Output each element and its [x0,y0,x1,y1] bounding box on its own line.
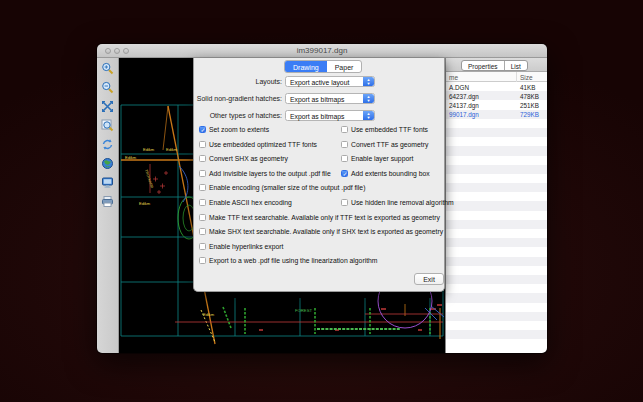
other-hatches-row: Other types of hatches: Export as bitmap… [194,110,446,121]
chevron-updown-icon: ▲▼ [363,94,374,103]
zoom-window-icon[interactable] [100,118,115,133]
unchecked-checkbox-icon[interactable] [199,170,206,177]
empty-row [446,275,547,284]
unchecked-checkbox-icon[interactable] [341,126,348,133]
checkbox-label: Add extents bounding box [351,170,430,177]
list-header[interactable]: me Size [446,72,547,82]
checkbox-option[interactable]: Use hidden line removal algorithm [341,199,454,206]
empty-row [446,266,547,275]
empty-row [446,183,547,192]
checkbox-option[interactable]: Convert SHX as geometry [199,155,288,162]
checkbox-label: Convert TTF as geometry [351,141,428,148]
unchecked-checkbox-icon[interactable] [199,228,206,235]
screen-icon[interactable] [100,175,115,190]
checkbox-label: Set zoom to extents [209,126,269,133]
file-row[interactable]: A.DGN41KB [446,82,547,91]
unchecked-checkbox-icon[interactable] [341,141,348,148]
file-size: 41KB [520,84,535,91]
file-size: 251KB [520,102,539,109]
file-name[interactable]: 99017.dgn [449,111,479,118]
checked-checkbox-icon[interactable] [199,126,206,133]
zoom-in-icon[interactable] [100,61,115,76]
panel-toolbar: Properties List [446,58,547,72]
tab-paper[interactable]: Paper [327,61,362,72]
solid-hatches-select[interactable]: Export as bitmaps ▲▼ [285,93,375,104]
export-options-dialog: Drawing Paper Layouts: Export active lay… [193,58,445,292]
checkbox-option[interactable]: Add invisible layers to the output .pdf … [199,170,331,177]
title-bar[interactable]: im399017.dgn [97,44,547,58]
other-hatches-select[interactable]: Export as bitmaps ▲▼ [285,110,375,121]
unchecked-checkbox-icon[interactable] [199,214,206,221]
exit-button[interactable]: Exit [414,273,444,285]
left-toolbar [97,58,119,353]
checkbox-option[interactable]: Convert TTF as geometry [341,141,428,148]
checkbox-label: Enable ASCII hex encoding [209,199,292,206]
checkbox-option[interactable]: Make SHX text searchable. Available only… [199,228,443,235]
forest-label: FOREST [295,308,312,313]
unchecked-checkbox-icon[interactable] [199,243,206,250]
file-row[interactable]: 24137.dgn251KB [446,100,547,109]
checkbox-option[interactable]: Use embedded optimized TTF fonts [199,141,317,148]
checkbox-label: Export to a web .pdf file using the line… [209,257,378,264]
empty-row [446,128,547,137]
file-row[interactable]: 64237.dgn478KB [446,91,547,100]
file-name[interactable]: 24137.dgn [449,102,479,109]
dialog-tabs: Drawing Paper [284,60,362,73]
refresh-icon[interactable] [100,137,115,152]
unchecked-checkbox-icon[interactable] [341,199,348,206]
checkbox-option[interactable]: Export to a web .pdf file using the line… [199,257,378,264]
unchecked-checkbox-icon[interactable] [341,155,348,162]
checkbox-option[interactable]: Set zoom to extents [199,126,269,133]
empty-row [446,137,547,146]
window-title: im399017.dgn [97,46,547,55]
file-name[interactable]: 64237.dgn [449,93,479,100]
checkbox-option[interactable]: Add extents bounding box [341,170,430,177]
column-header-name[interactable]: me [449,74,458,81]
unchecked-checkbox-icon[interactable] [199,141,206,148]
tab-drawing[interactable]: Drawing [285,61,327,72]
unchecked-checkbox-icon[interactable] [199,184,206,191]
layouts-row: Layouts: Export active layout ▲▼ [194,76,446,87]
globe-icon[interactable] [100,156,115,171]
checkbox-option[interactable]: Make TTF text searchable. Available only… [199,214,440,221]
column-header-size[interactable]: Size [520,74,533,81]
file-row[interactable]: 99017.dgn729KB [446,110,547,119]
empty-row [446,201,547,210]
checkbox-label: Enable encoding (smaller size of the out… [209,184,365,191]
file-size: 729KB [520,111,539,118]
list-button[interactable]: List [504,61,527,70]
unchecked-checkbox-icon[interactable] [199,257,206,264]
file-list: A.DGN41KB64237.dgn478KB24137.dgn251KB990… [446,82,547,353]
checkbox-option[interactable]: Enable hyperlinks export [199,243,283,250]
checkbox-label: Enable hyperlinks export [209,243,283,250]
empty-row [446,293,547,302]
file-size: 478KB [520,93,539,100]
file-name[interactable]: A.DGN [449,84,469,91]
properties-button[interactable]: Properties [462,61,504,70]
checked-checkbox-icon[interactable] [341,170,348,177]
zoom-fit-icon[interactable] [100,99,115,114]
checkbox-label: Use embedded TTF fonts [351,126,428,133]
checkbox-label: Add invisible layers to the output .pdf … [209,170,331,177]
checkbox-option[interactable]: Use embedded TTF fonts [341,126,428,133]
solid-hatches-row: Solid non-gradient hatches: Export as bi… [194,93,446,104]
layouts-select[interactable]: Export active layout ▲▼ [285,76,375,87]
checkbox-option[interactable]: Enable encoding (smaller size of the out… [199,184,365,191]
zoom-out-icon[interactable] [100,80,115,95]
empty-row [446,312,547,321]
svg-text:Edikm: Edikm [125,155,137,160]
column-divider[interactable] [516,72,517,82]
unchecked-checkbox-icon[interactable] [199,199,206,206]
layouts-label: Layouts: [194,78,282,85]
empty-row [446,146,547,155]
checkbox-option[interactable]: Enable ASCII hex encoding [199,199,292,206]
empty-row [446,119,547,128]
print-icon[interactable] [100,194,115,209]
checkbox-label: Convert SHX as geometry [209,155,288,162]
checkbox-label: Use embedded optimized TTF fonts [209,141,317,148]
checkbox-option[interactable]: Enable layer support [341,155,413,162]
empty-row [446,284,547,293]
empty-row [446,303,547,312]
empty-row [446,192,547,201]
unchecked-checkbox-icon[interactable] [199,155,206,162]
